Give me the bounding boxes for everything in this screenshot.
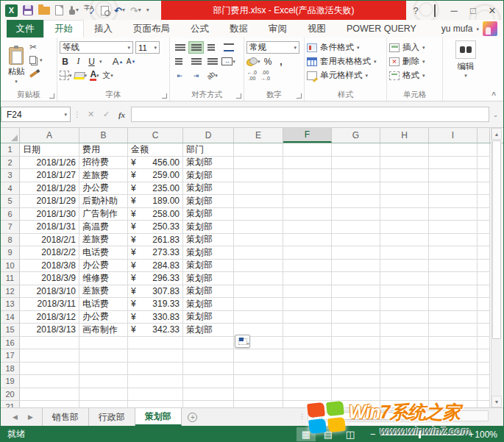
cell[interactable] (234, 208, 283, 221)
row-header-20[interactable]: 20 (1, 388, 20, 402)
scroll-down-icon[interactable]: ▼ (491, 396, 502, 407)
cell[interactable] (478, 157, 490, 170)
expand-formula-bar-icon[interactable]: ⌄ (489, 111, 502, 118)
cell[interactable]: ¥342.33 (128, 324, 183, 337)
vertical-scrollbar[interactable]: ▲ ▼ (491, 128, 502, 407)
cell[interactable] (79, 388, 128, 402)
align-bottom-button[interactable] (205, 41, 220, 54)
vertical-scroll-thumb[interactable] (492, 140, 501, 339)
cell[interactable]: 后勤补助 (79, 195, 128, 208)
new-sheet-button[interactable]: + (182, 408, 204, 426)
cell[interactable]: ¥250.33 (128, 221, 183, 234)
cell[interactable] (283, 221, 332, 234)
phonetic-guide-button[interactable]: 文▾ (102, 70, 113, 82)
cell[interactable] (283, 337, 332, 350)
font-size-select[interactable]: 11▾ (135, 41, 160, 54)
name-box[interactable]: F24 ▾ (1, 107, 71, 122)
cell[interactable]: 电话费 (79, 298, 128, 311)
cell[interactable]: 策划部 (183, 234, 234, 247)
cell[interactable] (332, 169, 380, 182)
insert-cells-button[interactable]: 插入▾ (389, 40, 440, 54)
column-header-G[interactable]: G (332, 128, 380, 143)
print-preview-icon[interactable] (101, 6, 109, 15)
format-as-table-button[interactable]: 套用表格格式▾ (307, 54, 384, 68)
cell[interactable] (283, 401, 332, 407)
cell[interactable]: 策划部 (183, 221, 234, 234)
cell[interactable] (478, 169, 490, 182)
row-header-2[interactable]: 2 (1, 157, 20, 170)
cell[interactable] (283, 285, 332, 299)
cell[interactable] (380, 388, 429, 402)
row-header-11[interactable]: 11 (1, 272, 20, 285)
sheet-nav-left-icon[interactable]: ◀ (13, 413, 18, 421)
sheet-nav-right-icon[interactable]: ▶ (28, 413, 33, 421)
column-header-A[interactable]: A (20, 128, 79, 143)
ribbon-display-options-button[interactable] (425, 5, 444, 16)
increase-font-size-button[interactable]: A▲ (113, 56, 124, 68)
cell[interactable] (332, 272, 380, 285)
cell[interactable] (429, 311, 478, 324)
cell[interactable] (183, 388, 234, 402)
cell[interactable] (380, 157, 429, 170)
cell[interactable]: ¥284.83 (128, 260, 183, 273)
cell[interactable] (429, 169, 478, 182)
cell[interactable]: 2018/2/2 (20, 246, 79, 260)
cell[interactable] (234, 375, 283, 388)
decrease-font-size-button[interactable]: A▼ (126, 56, 137, 68)
cell[interactable] (380, 208, 429, 221)
comma-style-button[interactable]: , (276, 56, 287, 68)
cell[interactable]: 2018/3/13 (20, 324, 79, 337)
cell[interactable] (332, 298, 380, 311)
cell[interactable] (283, 349, 332, 363)
cell[interactable]: 策划部 (183, 157, 234, 170)
cell[interactable]: 差旅费 (79, 234, 128, 247)
cell[interactable] (20, 337, 79, 350)
cell[interactable] (332, 208, 380, 221)
cell[interactable]: 策划部 (183, 208, 234, 221)
cell[interactable] (429, 324, 478, 337)
cell[interactable] (380, 195, 429, 208)
cell[interactable]: 策划部 (183, 260, 234, 273)
row-header-17[interactable]: 17 (1, 349, 20, 363)
dialog-launcher-icon[interactable] (49, 93, 54, 99)
cell[interactable] (429, 388, 478, 402)
format-painter-button[interactable] (29, 67, 43, 77)
row-header-3[interactable]: 3 (1, 169, 20, 182)
cell[interactable] (380, 221, 429, 234)
touch-mode-icon[interactable]: ▾ (68, 6, 79, 15)
cell[interactable] (478, 324, 490, 337)
cell[interactable] (234, 298, 283, 311)
cell[interactable] (128, 337, 183, 350)
cell[interactable]: 策划部 (183, 285, 234, 299)
cell[interactable]: 日期 (20, 143, 79, 157)
row-header-21[interactable]: 21 (1, 401, 20, 407)
maximize-button[interactable]: □ (464, 5, 483, 16)
cell[interactable] (332, 337, 380, 350)
cell[interactable] (380, 349, 429, 363)
cell[interactable] (183, 349, 234, 363)
row-header-6[interactable]: 6 (1, 208, 20, 221)
dialog-launcher-icon[interactable] (162, 93, 167, 99)
cell[interactable] (478, 195, 490, 208)
cell[interactable] (478, 298, 490, 311)
dialog-launcher-icon[interactable] (297, 93, 302, 99)
formula-input[interactable] (131, 107, 489, 122)
row-header-15[interactable]: 15 (1, 324, 20, 337)
cell[interactable] (380, 169, 429, 182)
cell[interactable] (283, 157, 332, 170)
cell[interactable] (478, 388, 490, 402)
cell[interactable] (128, 401, 183, 407)
cell[interactable]: 策划部 (183, 246, 234, 260)
zoom-slider-thumb[interactable] (419, 431, 421, 438)
cell[interactable] (332, 157, 380, 170)
row-header-5[interactable]: 5 (1, 195, 20, 208)
bold-button[interactable]: B (60, 56, 71, 68)
tab-file[interactable]: 文件 (7, 20, 43, 38)
horizontal-scroll-track[interactable] (319, 410, 489, 421)
column-header-I[interactable]: I (429, 128, 478, 143)
cell[interactable]: 2018/3/8 (20, 260, 79, 273)
merge-center-button[interactable]: ↔▾ (221, 55, 236, 68)
format-cells-button[interactable]: 格式▾ (389, 68, 440, 82)
cell[interactable] (283, 298, 332, 311)
cell[interactable] (380, 182, 429, 196)
